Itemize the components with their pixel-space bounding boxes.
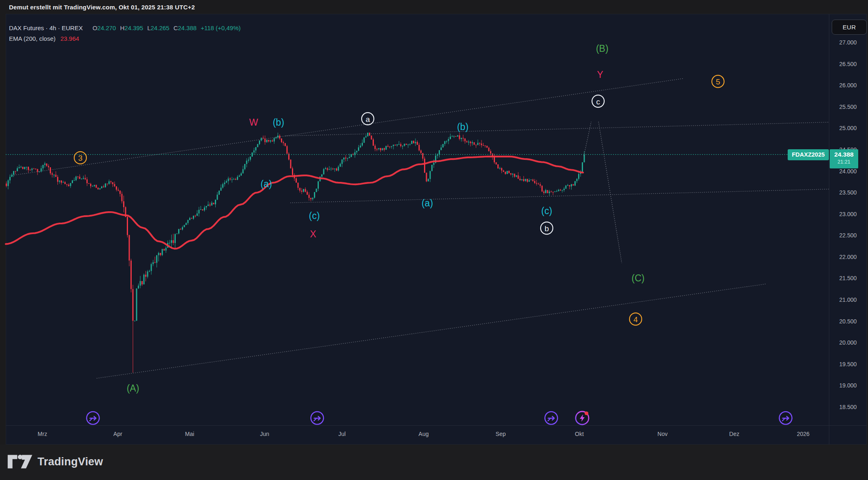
svg-text:X: X	[310, 229, 316, 239]
wave-label[interactable]: (b)	[457, 122, 468, 132]
wave-label[interactable]: 5	[712, 75, 724, 88]
wave-label[interactable]: (C)	[632, 273, 645, 283]
price-tick: 21.000	[829, 296, 867, 303]
time-tick: Sep	[496, 431, 506, 437]
snapshot-frame: Demut erstellt mit TradingView.com, Okt …	[0, 0, 868, 480]
time-tick: Apr	[113, 431, 122, 437]
svg-text:5: 5	[716, 77, 720, 86]
change-value: +118 (+0,49%)	[201, 24, 241, 31]
wave-label[interactable]: 3	[74, 152, 86, 164]
symbol-legend[interactable]: DAX Futures · 4h · EUREXO24.270H24.395L2…	[9, 24, 241, 43]
last-price-value: 24.388	[830, 149, 858, 159]
trendline[interactable]	[12, 78, 684, 175]
elliott-wave-labels[interactable]: 3W(b)a(a)(c)X(a)(b)(c)bcY(B)5(C)4(A)	[74, 43, 724, 394]
jump-arrow-icon[interactable]	[780, 412, 792, 425]
svg-text:a: a	[366, 115, 370, 124]
svg-text:Y: Y	[597, 69, 603, 80]
price-tick: 25.000	[829, 124, 867, 132]
symbol-title[interactable]: DAX Futures · 4h · EUREX	[9, 24, 83, 31]
ohlc-low-value: 24.265	[151, 24, 170, 31]
candlestick-series	[6, 133, 585, 373]
ema-indicator-title[interactable]: EMA (200, close)	[9, 35, 55, 42]
trendline[interactable]	[97, 284, 766, 378]
price-tick: 25.500	[829, 103, 867, 111]
trendlines[interactable]	[12, 78, 829, 378]
price-tick: 27.000	[829, 39, 867, 46]
svg-text:c: c	[596, 97, 600, 106]
svg-text:(b): (b)	[273, 117, 284, 128]
wave-label[interactable]: Y	[597, 69, 603, 80]
svg-text:(b): (b)	[457, 122, 468, 132]
wave-label[interactable]: (a)	[261, 179, 272, 189]
price-chart-canvas[interactable]: 3W(b)a(a)(c)X(a)(b)(c)bcY(B)5(C)4(A)	[0, 0, 868, 480]
events-lightning-icon[interactable]	[576, 411, 589, 425]
svg-text:b: b	[545, 224, 549, 233]
time-tick: Jul	[338, 431, 346, 437]
svg-text:W: W	[249, 117, 258, 128]
price-tick: 22.000	[829, 253, 867, 261]
wave-label[interactable]: c	[592, 95, 604, 107]
price-tick: 19.000	[829, 382, 867, 389]
wave-label[interactable]: (a)	[422, 198, 433, 208]
wave-label[interactable]: (c)	[541, 206, 552, 216]
jump-arrow-icon[interactable]	[87, 412, 99, 425]
tradingview-logo[interactable]: TradingView	[7, 454, 103, 469]
ohlc-high-value: 24.395	[124, 24, 143, 31]
time-axis[interactable]: MrzAprMaiJunJulAugSepOktNovDez2026	[6, 426, 829, 445]
symbol-price-flag: FDAXZ2025	[788, 149, 829, 160]
svg-text:(c): (c)	[541, 206, 552, 216]
price-tick: 26.500	[829, 60, 867, 68]
footer-bar: TradingView	[0, 445, 868, 480]
wave-label[interactable]: 4	[629, 313, 642, 325]
price-tick: 21.500	[829, 274, 867, 282]
price-tick: 20.500	[829, 318, 867, 325]
tradingview-logo-icon	[7, 454, 33, 469]
ohlc-open-value: 24.270	[97, 24, 116, 31]
time-tick: Dez	[729, 431, 740, 437]
svg-text:(a): (a)	[422, 198, 433, 208]
price-tick: 20.000	[829, 339, 867, 346]
jump-arrow-icon[interactable]	[545, 412, 558, 425]
trendline[interactable]	[285, 122, 829, 136]
wave-label[interactable]: X	[310, 229, 316, 239]
bar-countdown: 21:21	[830, 159, 858, 166]
time-tick: Jun	[260, 431, 269, 437]
wave-label[interactable]: W	[249, 117, 258, 128]
wave-label[interactable]: (c)	[309, 210, 320, 221]
time-tick: Mrz	[38, 431, 47, 437]
ema-indicator-value: 23.964	[60, 35, 79, 42]
legend-row-symbol: DAX Futures · 4h · EUREXO24.270H24.395L2…	[9, 24, 241, 33]
price-tick: 26.000	[829, 82, 867, 89]
timeline-markers[interactable]	[87, 411, 792, 425]
tradingview-logo-text: TradingView	[38, 456, 103, 468]
wave-label[interactable]: (B)	[596, 43, 609, 54]
projection-path[interactable]	[584, 122, 622, 263]
svg-text:(A): (A)	[127, 383, 139, 394]
ohlc-close-value: 24.388	[178, 24, 197, 31]
currency-button[interactable]: EUR	[832, 20, 867, 35]
svg-text:4: 4	[634, 315, 638, 324]
wave-label[interactable]: a	[362, 113, 374, 125]
svg-text:(a): (a)	[261, 179, 272, 189]
trendline[interactable]	[290, 189, 829, 203]
svg-text:(c): (c)	[309, 210, 320, 221]
wave-label[interactable]: b	[541, 222, 553, 234]
price-tick: 22.500	[829, 232, 867, 239]
wave-label[interactable]: (A)	[127, 383, 139, 394]
price-tick: 18.500	[829, 403, 867, 411]
time-tick: Okt	[575, 431, 584, 437]
ohlc-open-label: O	[93, 24, 97, 31]
time-tick: Mai	[185, 431, 194, 437]
svg-text:3: 3	[78, 154, 83, 162]
svg-text:(C): (C)	[632, 273, 645, 283]
wave-label[interactable]: (b)	[273, 117, 284, 128]
price-tick: 23.500	[829, 189, 867, 196]
svg-text:(B): (B)	[596, 43, 609, 54]
jump-arrow-icon[interactable]	[311, 412, 324, 425]
legend-row-ema[interactable]: EMA (200, close)23.964	[9, 34, 241, 43]
time-tick: Aug	[419, 431, 429, 437]
last-price-box: 24.388 21:21	[830, 149, 858, 168]
price-tick: 19.500	[829, 361, 867, 368]
price-axis[interactable]: 27.00026.50026.00025.50025.00024.50024.0…	[829, 14, 867, 425]
ohlc-high-label: H	[120, 24, 124, 31]
